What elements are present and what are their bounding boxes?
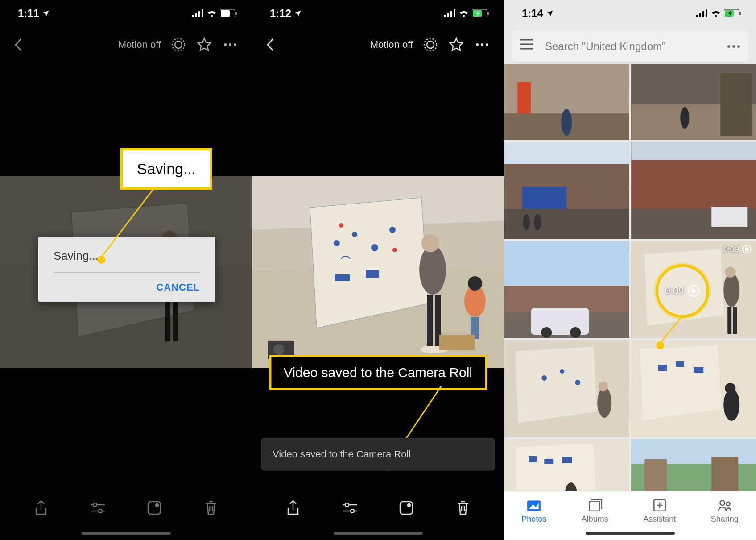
screenshot-3-photos-grid: 1:14 Search "United Kingdom"	[504, 0, 756, 540]
edit-sliders-button[interactable]	[88, 498, 107, 518]
favorite-star-icon[interactable]	[447, 35, 466, 54]
grid-photo[interactable]	[631, 64, 756, 140]
svg-rect-75	[706, 9, 707, 17]
status-bar: 1:14	[504, 0, 756, 27]
motion-icon[interactable]	[421, 35, 440, 54]
play-circle-icon	[687, 285, 700, 297]
grid-photo[interactable]	[504, 142, 629, 239]
callout-circle: 0:09	[656, 264, 709, 318]
location-arrow-icon	[294, 9, 302, 17]
svg-point-28	[156, 504, 158, 507]
share-button[interactable]	[283, 498, 303, 518]
svg-point-101	[541, 327, 552, 338]
svg-point-113	[560, 369, 564, 374]
svg-rect-5	[221, 10, 230, 17]
battery-charging-icon	[472, 9, 489, 17]
grid-photo[interactable]	[631, 340, 756, 437]
svg-point-40	[486, 43, 488, 46]
photo-grid: 0:09	[504, 64, 756, 491]
svg-point-52	[339, 223, 343, 228]
svg-rect-35	[487, 12, 489, 15]
grid-photo[interactable]	[504, 340, 629, 437]
motion-status-text: Motion off	[370, 39, 413, 50]
favorite-star-icon[interactable]	[195, 35, 214, 54]
svg-point-116	[598, 382, 608, 391]
svg-point-115	[597, 387, 611, 418]
grid-photo[interactable]	[504, 439, 629, 491]
motion-icon[interactable]	[169, 35, 188, 54]
wifi-icon	[207, 9, 217, 17]
svg-rect-134	[711, 457, 738, 491]
more-options-icon[interactable]	[473, 35, 492, 54]
tab-albums[interactable]: Albums	[582, 498, 608, 524]
callout-pointer-dot	[656, 341, 664, 349]
tab-sharing[interactable]: Sharing	[711, 498, 739, 524]
toast-video-saved: Video saved to the Camera Roll	[261, 438, 495, 471]
status-bar: 1:11	[0, 0, 252, 27]
svg-rect-127	[544, 459, 553, 464]
svg-marker-125	[515, 444, 596, 491]
status-time: 1:11	[18, 7, 50, 20]
status-time: 1:14	[522, 7, 554, 20]
bottom-toolbar	[252, 498, 504, 518]
svg-point-68	[345, 503, 349, 507]
tab-assistant[interactable]: Assistant	[643, 498, 676, 524]
svg-rect-133	[644, 459, 667, 491]
svg-point-49	[389, 227, 396, 233]
svg-point-37	[427, 41, 434, 48]
svg-rect-139	[589, 502, 599, 511]
svg-rect-0	[192, 15, 194, 17]
lens-button[interactable]	[397, 498, 416, 518]
menu-hamburger-icon[interactable]	[520, 39, 535, 54]
photo-preview[interactable]	[252, 176, 504, 368]
svg-point-55	[421, 234, 439, 252]
home-indicator[interactable]	[334, 532, 423, 535]
callout-pointer-dot	[97, 256, 105, 264]
svg-point-53	[392, 248, 397, 252]
svg-marker-118	[640, 345, 721, 420]
home-indicator[interactable]	[586, 532, 675, 535]
svg-point-112	[541, 375, 547, 381]
motion-status-text: Motion off	[118, 39, 161, 50]
delete-trash-button[interactable]	[201, 498, 221, 518]
saving-dialog: Saving... CANCEL	[38, 237, 215, 302]
home-indicator[interactable]	[82, 532, 171, 535]
search-more-icon[interactable]	[727, 45, 740, 48]
svg-rect-2	[198, 11, 200, 17]
svg-rect-97	[504, 241, 629, 286]
delete-trash-button[interactable]	[453, 498, 473, 518]
cancel-button[interactable]: CANCEL	[54, 282, 200, 293]
callout-video-saved: Video saved to the Camera Roll	[269, 355, 487, 390]
lens-button[interactable]	[145, 498, 164, 518]
search-bar[interactable]: Search "United Kingdom"	[511, 30, 749, 62]
edit-sliders-button[interactable]	[340, 498, 359, 518]
grid-photo[interactable]	[631, 439, 756, 491]
grid-photo[interactable]	[504, 241, 629, 338]
back-button[interactable]	[9, 36, 27, 54]
status-icons	[696, 9, 741, 17]
photo-header: Motion off	[0, 27, 252, 62]
wifi-icon	[711, 9, 721, 17]
svg-point-11	[234, 43, 236, 46]
svg-rect-73	[699, 13, 701, 17]
svg-point-36	[424, 38, 437, 51]
svg-point-91	[523, 214, 530, 230]
photos-icon	[526, 498, 541, 513]
svg-point-65	[273, 344, 284, 355]
svg-point-102	[570, 327, 581, 338]
svg-rect-30	[447, 13, 449, 17]
cellular-signal-icon	[444, 9, 456, 17]
grid-photo[interactable]	[631, 142, 756, 239]
tab-photos[interactable]: Photos	[521, 498, 546, 524]
svg-rect-78	[739, 12, 741, 15]
share-button[interactable]	[31, 498, 51, 518]
svg-point-123	[725, 383, 735, 394]
more-options-icon[interactable]	[221, 35, 240, 54]
back-button[interactable]	[261, 36, 279, 54]
svg-point-10	[229, 43, 231, 46]
svg-point-71	[408, 504, 410, 507]
grid-photo[interactable]	[504, 64, 629, 140]
tab-label: Albums	[582, 515, 608, 524]
status-icons	[444, 9, 489, 17]
assistant-icon	[652, 498, 667, 513]
